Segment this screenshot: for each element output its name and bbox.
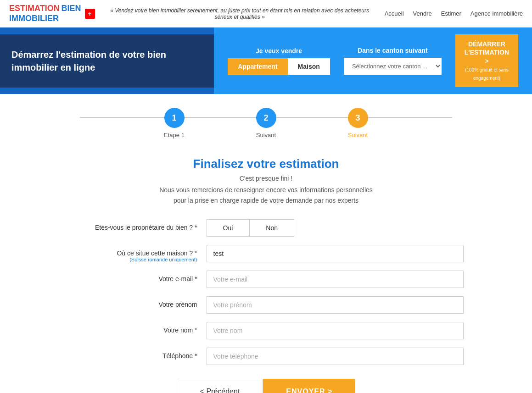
telephone-field-col bbox=[207, 348, 464, 365]
step-2-label: Suivant bbox=[256, 132, 276, 138]
step-1-label: Etape 1 bbox=[164, 132, 185, 138]
step-2: 2 Suivant bbox=[220, 108, 312, 138]
nom-label: Votre nom * bbox=[163, 327, 197, 334]
telephone-input[interactable] bbox=[207, 348, 464, 365]
nav-estimer[interactable]: Estimer bbox=[441, 10, 461, 17]
header-nav: Accueil Vendre Estimer Agence immobilièr… bbox=[385, 10, 523, 17]
logo: ESTIMATION BIEN IMMOBILIER + bbox=[9, 4, 95, 23]
owner-field-col: Oui Non bbox=[207, 219, 464, 237]
swiss-flag-icon: + bbox=[85, 9, 95, 19]
email-label: Votre e-mail * bbox=[158, 275, 197, 282]
prenom-input[interactable] bbox=[207, 296, 464, 314]
step-1-circle: 1 bbox=[164, 108, 185, 128]
nom-label-col: Votre nom * bbox=[69, 322, 197, 334]
logo-estimation: ESTIMATION bbox=[9, 4, 60, 13]
owner-row: Etes-vous le propriétaire du bien ? * Ou… bbox=[69, 219, 464, 237]
logo-text: ESTIMATION BIEN IMMOBILIER bbox=[9, 4, 81, 23]
prenom-label: Votre prénom bbox=[158, 301, 197, 308]
form-description: Nous vous remercions de renseigner encor… bbox=[69, 185, 464, 205]
property-type-section: Je veux vendre Appartement Maison bbox=[228, 47, 330, 75]
prenom-field-col bbox=[207, 296, 464, 314]
maison-button[interactable]: Maison bbox=[288, 58, 330, 75]
canton-section: Dans le canton suivant Sélectionnez votr… bbox=[344, 47, 442, 75]
step-1: 1 Etape 1 bbox=[129, 108, 220, 138]
property-type-buttons: Appartement Maison bbox=[228, 58, 330, 75]
location-label-col: Où ce situe cette maison ? * (Suisse rom… bbox=[69, 245, 197, 262]
email-input[interactable] bbox=[207, 271, 464, 288]
appartement-button[interactable]: Appartement bbox=[228, 58, 287, 75]
nav-accueil[interactable]: Accueil bbox=[385, 10, 404, 17]
email-row: Votre e-mail * bbox=[69, 271, 464, 288]
telephone-row: Téléphone * bbox=[69, 348, 464, 365]
location-field-col bbox=[207, 245, 464, 262]
form-subtitle: C'est presque fini ! bbox=[69, 175, 464, 182]
step-3-label: Suivant bbox=[348, 132, 368, 138]
hero-title: Démarrez l'estimation de votre bien immo… bbox=[0, 34, 214, 88]
header-tagline: « Vendez votre bien immobilier sereineme… bbox=[95, 7, 385, 20]
email-label-col: Votre e-mail * bbox=[69, 271, 197, 282]
telephone-label: Téléphone * bbox=[162, 352, 197, 360]
hero-banner: Démarrez l'estimation de votre bien immo… bbox=[0, 28, 532, 94]
nav-vendre[interactable]: Vendre bbox=[413, 10, 432, 17]
nom-field-col bbox=[207, 322, 464, 339]
nom-input[interactable] bbox=[207, 322, 464, 339]
owner-buttons: Oui Non bbox=[207, 219, 464, 237]
nav-agence[interactable]: Agence immobilière bbox=[470, 10, 523, 17]
location-input[interactable] bbox=[207, 245, 464, 262]
nom-row: Votre nom * bbox=[69, 322, 464, 339]
owner-label: Etes-vous le propriétaire du bien ? * bbox=[95, 224, 197, 231]
form-section: Finalisez votre estimation C'est presque… bbox=[60, 157, 473, 393]
logo-bien: BIEN bbox=[62, 4, 81, 13]
canton-select[interactable]: Sélectionnez votre canton ... bbox=[344, 58, 442, 75]
owner-label-col: Etes-vous le propriétaire du bien ? * bbox=[69, 219, 197, 231]
property-type-label: Je veux vendre bbox=[228, 47, 330, 55]
location-row: Où ce situe cette maison ? * (Suisse rom… bbox=[69, 245, 464, 262]
step-2-circle: 2 bbox=[256, 108, 276, 128]
location-sublabel: (Suisse romande uniquement) bbox=[69, 257, 197, 262]
step-3-circle: 3 bbox=[348, 108, 368, 128]
oui-button[interactable]: Oui bbox=[207, 219, 250, 237]
step-3: 3 Suivant bbox=[312, 108, 404, 138]
telephone-label-col: Téléphone * bbox=[69, 348, 197, 360]
header: ESTIMATION BIEN IMMOBILIER + « Vendez vo… bbox=[0, 0, 532, 28]
previous-button[interactable]: < Précédent bbox=[177, 379, 263, 393]
non-button[interactable]: Non bbox=[249, 219, 294, 237]
email-field-col bbox=[207, 271, 464, 288]
logo-immobilier: IMMOBILIER bbox=[9, 14, 81, 24]
canton-label: Dans le canton suivant bbox=[344, 47, 442, 54]
location-label: Où ce situe cette maison ? * bbox=[117, 249, 197, 257]
progress-bar: 1 Etape 1 2 Suivant 3 Suivant bbox=[0, 94, 532, 148]
footer-buttons: < Précédent ENVOYER > bbox=[69, 379, 464, 393]
start-estimation-button[interactable]: DÉMARRER L'ESTIMATION > (100% gratuit et… bbox=[455, 34, 518, 87]
prenom-row: Votre prénom bbox=[69, 296, 464, 314]
prenom-label-col: Votre prénom bbox=[69, 296, 197, 308]
form-title: Finalisez votre estimation bbox=[69, 157, 464, 171]
send-button[interactable]: ENVOYER > bbox=[263, 379, 355, 393]
hero-controls: Je veux vendre Appartement Maison Dans l… bbox=[214, 28, 532, 94]
